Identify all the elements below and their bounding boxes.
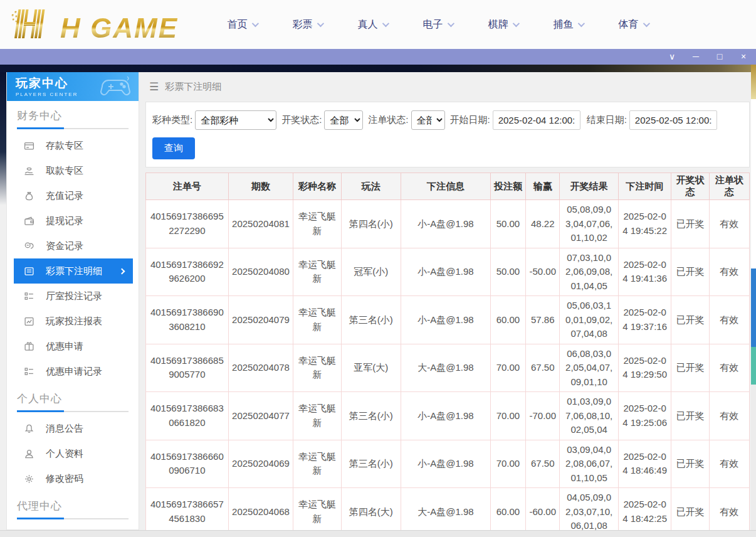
table-cell: 20250204068 [228,488,293,536]
search-button[interactable]: 查询 [152,137,195,159]
chevron-down-icon [577,20,584,27]
nav-item-label: 首页 [228,18,248,31]
table-cell: 401569173866952272290 [146,200,229,248]
start-date-input[interactable] [493,110,580,130]
nav-item[interactable]: 体育 [601,18,666,31]
page-title: 彩票下注明细 [165,81,221,93]
table-cell: 20250204079 [228,296,293,344]
draw-status-select[interactable]: 全部 [324,110,363,130]
sidebar-item[interactable]: 资金记录 [14,233,133,258]
sidebar-item[interactable]: 修改密码 [14,466,133,491]
sidebar-item[interactable]: 彩票下注明细 [14,258,133,284]
bets-table: 注单号期数彩种名称玩法下注信息投注额输赢开奖结果下注时间开奖状态注单状态 401… [145,173,750,536]
table-cell: -60.00 [526,488,560,536]
table-cell: 幸运飞艇新 [293,488,341,536]
table-cell: 小-A盘@1.98 [401,296,491,344]
table-cell: 第四名(大) [341,488,401,536]
nav-item-label: 捕鱼 [554,18,574,31]
chevron-down-icon [643,20,649,27]
table-cell: 67.50 [526,344,560,392]
table-cell: -70.00 [526,392,560,440]
bets-table-wrap: 注单号期数彩种名称玩法下注信息投注额输赢开奖结果下注时间开奖状态注单状态 401… [145,173,750,536]
nav-item[interactable]: 彩票 [275,18,340,31]
table-cell: 2025-02-04 18:46:49 [618,440,671,488]
chevron-down-icon [512,20,519,27]
table-cell: 70.00 [490,344,525,392]
sidebar-item-label: 取款专区 [46,165,83,177]
table-cell: 01,03,09,07,06,08,10,02,05,04 [560,392,618,440]
close-button[interactable]: × [738,49,748,65]
table-cell: 401569173866859005770 [146,344,229,392]
table-cell: 第三名(小) [341,440,401,488]
nav-item-label: 真人 [358,18,378,31]
bet-status-select[interactable]: 全部 [411,110,445,130]
nav-item[interactable]: 棋牌 [470,18,535,31]
withdrawal-record-icon [24,216,34,226]
table-cell: 已开奖 [671,488,709,536]
sidebar-item[interactable]: 玩家投注报表 [14,309,133,334]
minimize-button[interactable]: ─ [691,49,701,65]
table-cell: 有效 [709,248,749,296]
lottery-type-select[interactable]: 全部彩种 [195,110,276,130]
nav-item[interactable]: 捕鱼 [535,18,601,31]
sidebar-item[interactable]: 消息公告 [14,416,133,441]
banner-strip [0,65,756,72]
sidebar-item[interactable]: 提现记录 [14,208,133,233]
chevron-down-icon [251,20,258,27]
table-cell: -50.00 [526,248,560,296]
column-header: 期数 [228,173,293,200]
sidebar-item[interactable]: 优惠申请 [14,334,133,359]
nav-item[interactable]: 真人 [340,18,405,31]
sidebar-item-label: 优惠申请记录 [46,366,102,378]
dropdown-button[interactable]: ∨ [667,49,677,65]
sidebar-item[interactable]: 充值记录 [14,183,133,208]
sidebar-item-label: 消息公告 [46,423,83,435]
sidebar-item[interactable]: 厅室投注记录 [14,284,133,309]
table-row: 40156917386683066182020250204077幸运飞艇新第三名… [146,392,750,440]
sidebar-item[interactable]: 存款专区 [14,133,133,158]
table-row: 40156917386657456183020250204068幸运飞艇新第四名… [146,488,750,536]
table-row: 40156917386660090671020250204069幸运飞艇新第三名… [146,440,750,488]
table-cell: 60.00 [490,488,525,536]
bet-status-label: 注单状态: [368,114,408,126]
table-cell: 2025-02-04 19:45:22 [618,200,671,248]
sidebar-item-label: 优惠申请 [46,341,83,353]
column-header: 注单号 [146,173,229,200]
bottom-scrollbar-area[interactable] [0,530,756,537]
sidebar-item[interactable]: 取款专区 [14,158,133,183]
sidebar-item[interactable]: 优惠申请记录 [14,359,133,384]
table-cell: 70.00 [490,392,525,440]
column-header: 输赢 [526,173,560,200]
sidebar-item-label: 存款专区 [46,140,83,152]
table-cell: 有效 [709,344,749,392]
table-cell: 20250204069 [228,440,293,488]
maximize-button[interactable]: □ [715,49,725,65]
nav-item-label: 体育 [619,18,639,31]
table-cell: 亚军(大) [341,344,401,392]
nav-item[interactable]: 电子 [405,18,470,31]
table-cell: 57.86 [526,296,560,344]
bell-icon [24,423,34,434]
sidebar-item[interactable]: 个人资料 [14,441,133,466]
nav-item-label: 彩票 [293,18,313,31]
table-cell: 60.00 [490,296,525,344]
table-cell: 已开奖 [671,392,709,440]
section-divider [17,411,129,412]
lottery-type-label: 彩种类型: [152,114,192,126]
hamburger-icon[interactable]: ☰ [149,80,159,93]
column-header: 注单状态 [709,173,749,200]
table-cell: 48.22 [526,200,560,248]
filter-panel: 彩种类型: 全部彩种 开奖状态: 全部 注单状态: 全部 开始日期: 结束日期:… [145,102,750,167]
sidebar-item[interactable]: 代理规则说明 [14,523,133,530]
table-cell: 已开奖 [671,440,709,488]
nav-item[interactable]: 首页 [209,18,275,31]
logo-text: H GAME [60,14,178,42]
end-date-input[interactable] [629,110,717,130]
table-cell: 401569173866903608210 [146,296,229,344]
breadcrumb: ☰ 彩票下注明细 [145,72,750,102]
table-cell: 大-A盘@1.98 [401,344,491,392]
table-cell: 06,08,03,02,05,04,07,09,01,10 [560,344,618,392]
table-cell: 有效 [709,296,749,344]
table-cell: 有效 [709,440,749,488]
table-cell: 有效 [709,200,749,248]
